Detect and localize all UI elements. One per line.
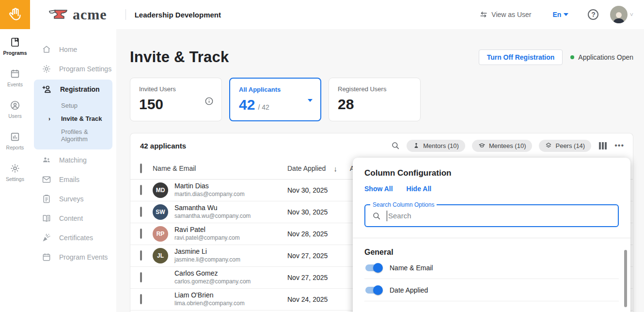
person-add-icon: [42, 84, 52, 94]
sidebar-item-emails[interactable]: Emails: [30, 170, 116, 189]
rail-item-settings[interactable]: Settings: [0, 163, 30, 182]
page-title: Invite & Track: [130, 49, 229, 66]
sidebar-item-label: Program Settings: [59, 65, 111, 73]
applicant-name: Liam O'Brien: [174, 291, 245, 300]
sidebar-item-content[interactable]: Content: [30, 209, 116, 228]
column-header-date[interactable]: Date Applied: [287, 164, 326, 172]
row-checkbox[interactable]: [140, 272, 142, 282]
popover-scrollbar[interactable]: [624, 250, 627, 307]
view-as-user-button[interactable]: View as User: [480, 11, 531, 18]
filter-chip-label: Mentors (10): [423, 142, 459, 149]
chevron-down-icon: ˅: [629, 11, 633, 18]
date-applied-toggle[interactable]: [365, 287, 382, 294]
swap-arrows-icon: [480, 11, 487, 18]
search-icon[interactable]: [391, 141, 400, 150]
sidebar-item-certificates[interactable]: Certificates: [30, 228, 116, 247]
show-all-link[interactable]: Show All: [364, 185, 393, 193]
applicant-avatar: SW: [153, 204, 168, 220]
programs-icon: [10, 37, 20, 48]
rail-label: Users: [8, 113, 21, 119]
row-checkbox[interactable]: [140, 229, 142, 239]
sidebar-subitem-setup[interactable]: Setup: [34, 99, 112, 112]
main-content: Invite & Track Turn Off Registration App…: [116, 29, 644, 312]
brand-logo[interactable]: acme: [48, 6, 107, 23]
applicant-date: Nov 27, 2025: [287, 274, 343, 281]
card-label: Invited Users: [139, 85, 213, 93]
applicant-avatar: JL: [153, 248, 168, 263]
app-body: Programs Events: [0, 29, 644, 312]
row-checkbox[interactable]: [140, 294, 142, 304]
applicant-avatar: LO: [153, 292, 168, 307]
card-label: All Applicants: [239, 86, 312, 93]
card-label: Registered Users: [338, 85, 411, 93]
book-icon: [42, 213, 51, 223]
rail-item-reports[interactable]: Reports: [0, 131, 30, 150]
filter-chip-peers[interactable]: Peers (14): [539, 140, 591, 152]
stat-cards: Invited Users 150 All Applicants 42 / 42: [130, 78, 633, 121]
app-root: acme Leadership Development View as User…: [0, 0, 644, 312]
hand-logo-button[interactable]: [0, 0, 30, 29]
sidebar-item-matching[interactable]: Matching: [30, 150, 116, 170]
settings-gear-icon: [10, 163, 20, 174]
applicant-email: jasmine.li@company.com: [174, 256, 240, 264]
row-checkbox[interactable]: [140, 250, 142, 261]
card-all-applicants[interactable]: All Applicants 42 / 42: [229, 78, 321, 121]
topbar-divider: [126, 9, 126, 20]
sidebar-item-surveys[interactable]: Surveys: [30, 189, 116, 209]
turn-off-registration-button[interactable]: Turn Off Registration: [479, 49, 563, 65]
name-email-toggle[interactable]: [365, 264, 382, 271]
filter-chip-mentees[interactable]: Mentees (10): [472, 140, 533, 152]
more-options-button[interactable]: •••: [614, 141, 624, 150]
registration-group: Registration Setup › Invite & Track Prof…: [34, 80, 112, 149]
card-value: 42: [239, 97, 255, 113]
gear-icon: [42, 64, 51, 74]
subitem-label: Profiles & Algorithm: [61, 128, 112, 143]
popover-section-general: General: [364, 248, 619, 257]
help-button[interactable]: ?: [588, 9, 598, 20]
chevron-down-icon[interactable]: [308, 99, 313, 102]
peers-icon: [545, 142, 552, 149]
filter-chip-label: Mentees (10): [489, 142, 526, 149]
card-invited-users[interactable]: Invited Users 150: [130, 78, 222, 121]
home-icon: [42, 45, 51, 54]
filter-chip-mentors[interactable]: Mentors (10): [407, 140, 465, 152]
column-config-button[interactable]: [598, 141, 608, 150]
language-selector[interactable]: En: [553, 11, 569, 18]
row-checkbox[interactable]: [140, 185, 142, 195]
rail-label: Programs: [3, 50, 27, 56]
sidebar-subitem-profiles-algorithm[interactable]: Profiles & Algorithm: [34, 125, 112, 146]
sidebar-item-label: Home: [59, 46, 77, 53]
applicant-email: martin.dias@company.com: [174, 191, 245, 198]
rail-item-programs[interactable]: Programs: [0, 37, 30, 56]
applicant-email: samantha.wu@company.com: [174, 213, 251, 220]
reports-icon: [10, 131, 20, 142]
column-header-name[interactable]: Name & Email: [153, 164, 287, 172]
rail-item-users[interactable]: Users: [0, 100, 30, 119]
hide-all-link[interactable]: Hide All: [407, 185, 432, 193]
people-icon: [42, 155, 51, 165]
clipboard-icon: [42, 194, 51, 204]
sort-desc-icon[interactable]: ↓: [333, 164, 337, 173]
sidebar-item-home[interactable]: Home: [30, 40, 116, 59]
select-all-checkbox[interactable]: [140, 164, 142, 173]
account-menu[interactable]: ˅: [610, 6, 633, 23]
toggle-label: Date Applied: [390, 286, 428, 294]
applicants-panel-header: 42 applicants: [130, 133, 633, 158]
program-title: Leadership Development: [135, 11, 221, 19]
filter-chip-label: Peers (14): [555, 142, 585, 149]
column-search-input[interactable]: [387, 211, 611, 221]
column-search-field[interactable]: Search Column Options: [364, 204, 619, 227]
card-registered-users[interactable]: Registered Users 28: [329, 78, 421, 121]
applicant-name: Ravi Patel: [174, 226, 240, 234]
rail-label: Events: [7, 82, 23, 87]
applicant-date: Nov 27, 2025: [287, 252, 343, 260]
rail-item-events[interactable]: Events: [0, 68, 30, 87]
topbar: acme Leadership Development View as User…: [0, 0, 644, 29]
sidebar-item-program-events[interactable]: Program Events: [30, 247, 116, 267]
sidebar-item-program-settings[interactable]: Program Settings: [30, 59, 116, 79]
info-icon[interactable]: [204, 97, 214, 106]
applicant-name: Jasmine Li: [174, 247, 240, 256]
sidebar-item-registration[interactable]: Registration: [34, 80, 112, 99]
row-checkbox[interactable]: [140, 207, 142, 217]
sidebar-subitem-invite-track[interactable]: › Invite & Track: [34, 112, 112, 125]
